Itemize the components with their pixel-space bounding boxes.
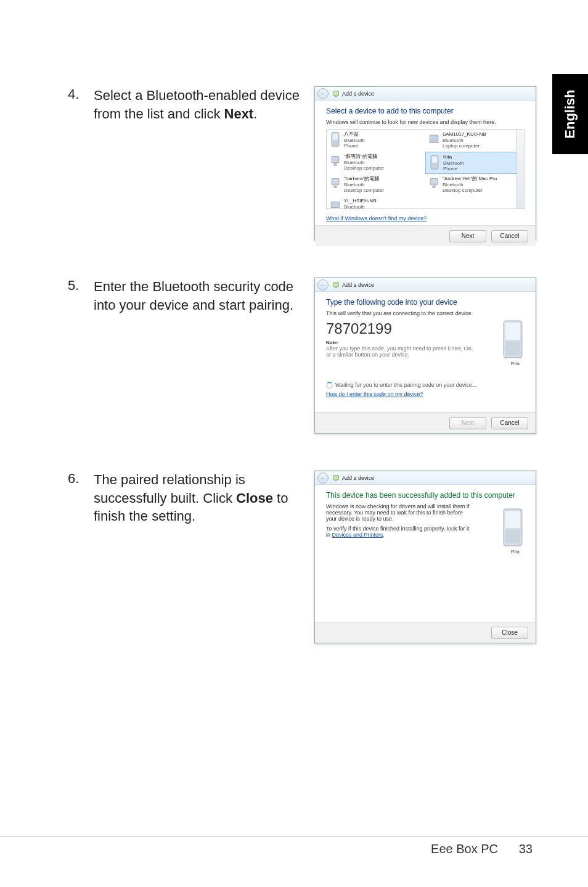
svg-rect-19 [505,342,520,355]
svg-rect-14 [331,202,340,207]
next-button: Next [449,417,486,429]
step-image: ✕ ← Add a device Type the following code… [314,278,536,434]
dialog-titlebar: ← Add a device [315,471,536,485]
help-link[interactable]: How do I enter this code on my device? [326,391,423,397]
svg-rect-3 [333,134,338,140]
step-number: 4. [68,86,94,102]
device-type: Bluetooth [443,160,464,167]
device-category: Desktop computer [344,188,384,194]
svg-rect-4 [430,135,438,141]
phone-illustration [502,320,523,358]
step-number: 5. [68,278,94,294]
step-image: ✕ ← Add a device This device has been su… [314,471,536,643]
phone-illustration [502,508,523,547]
svg-rect-24 [505,530,520,543]
device-caption: Rita [511,549,520,555]
device-category: Desktop computer [443,188,497,194]
list-item[interactable]: "Andrew Yeh"的 Mac ProBluetoothDesktop co… [425,174,524,196]
svg-rect-13 [432,186,435,188]
step-5: 5. Enter the Bluetooth security code int… [68,278,536,434]
step-text-bold: Close [236,490,273,506]
device-icon [332,281,340,289]
svg-rect-11 [333,186,337,188]
laptop-icon [329,198,341,209]
back-button[interactable]: ← [317,472,329,484]
devices-printers-link[interactable]: Devices and Printers [332,532,383,538]
laptop-icon [428,131,440,147]
desktop-icon [329,154,341,170]
dialog-body: Select a device to add to this computer … [315,101,536,225]
svg-rect-10 [332,178,339,184]
svg-rect-6 [332,156,339,162]
dialog-footer: Next Cancel [315,225,536,246]
device-icon [332,90,340,97]
step-text-a: The paired relationship is successfully … [94,472,245,506]
list-item[interactable]: "barbara"的電腦BluetoothDesktop computer [327,174,425,196]
page-footer: Eee Box PC 33 [0,836,588,856]
device-name: "Andrew Yeh"的 Mac Pro [443,176,497,182]
list-item[interactable]: 八不益BluetoothPhone [327,130,425,152]
device-category: Phone [344,143,365,149]
device-icon [332,474,340,482]
add-device-dialog-select: ✕ ← Add a device Select a device to add … [314,86,536,241]
cancel-button[interactable]: Cancel [491,230,528,242]
dialog-titlebar: ← Add a device [315,87,536,101]
step-number: 6. [68,471,94,487]
svg-rect-18 [505,323,520,340]
desktop-icon [428,176,440,192]
step-image: ✕ ← Add a device Select a device to add … [314,86,536,241]
list-item-selected[interactable]: RitaBluetoothPhone [425,152,524,174]
scrollbar[interactable] [517,130,524,208]
device-caption: Rita [511,361,520,366]
list-item[interactable]: YL_HSIEH-NBBluetooth [327,196,425,209]
waiting-text: Waiting for you to enter this pairing co… [335,382,476,388]
dialog-heading: Select a device to add to this computer [326,107,525,115]
device-name: YL_HSIEH-NB [344,198,376,204]
desktop-icon [329,176,341,192]
list-item[interactable]: SAM1017_KUO-NBBluetoothLaptop computer [425,130,524,152]
device-name: "蘇明清"的電腦 [344,154,384,160]
step-text: Select a Bluetooth-enabled device from t… [94,86,303,123]
back-button[interactable]: ← [317,88,329,99]
device-list[interactable]: 八不益BluetoothPhone SAM1017_KUO-NBBluetoot… [326,129,525,209]
success-text-1: Windows is now checking for drivers and … [326,503,474,522]
device-type: Bluetooth [344,160,384,166]
page-number: 33 [513,842,533,856]
dialog-heading: Type the following code into your device [326,298,525,307]
add-device-dialog-code: ✕ ← Add a device Type the following code… [314,278,536,434]
device-type: Bluetooth [344,138,365,144]
svg-rect-23 [505,511,520,528]
device-type: Bluetooth [443,138,486,144]
step-4: 4. Select a Bluetooth-enabled device fro… [68,86,536,241]
svg-rect-20 [333,475,339,480]
device-category: Desktop computer [344,165,384,171]
dialog-subtext: This will verify that you are connecting… [326,310,525,316]
close-button[interactable]: Close [491,627,528,639]
svg-rect-1 [335,96,337,97]
step-text: The paired relationship is successfully … [94,471,303,526]
device-type: Bluetooth [344,204,376,209]
dialog-footer: Next Cancel [315,412,536,433]
product-name: Eee Box PC [431,842,498,856]
back-button[interactable]: ← [317,279,329,291]
next-button[interactable]: Next [449,230,486,242]
svg-rect-9 [432,157,438,163]
svg-rect-7 [333,163,337,166]
step-text: Enter the Bluetooth security code into y… [94,278,303,314]
dialog-title: Add a device [342,475,374,481]
success-text-2: To verify if this device finished instal… [326,526,474,538]
cancel-button[interactable]: Cancel [491,417,528,429]
device-name: Rita [443,154,464,160]
language-label: English [562,89,578,138]
device-category: Laptop computer [443,143,486,149]
dialog-body: Type the following code into your device… [315,292,536,412]
dialog-title: Add a device [342,91,374,97]
svg-rect-12 [430,178,438,184]
list-item[interactable]: "蘇明清"的電腦BluetoothDesktop computer [327,152,425,174]
device-type: Bluetooth [443,182,497,188]
dialog-footer: Close [315,622,536,643]
help-link[interactable]: What if Windows doesn't find my device? [326,215,427,221]
svg-rect-5 [429,141,438,143]
device-name: 八不益 [344,131,365,138]
phone-icon [329,131,341,147]
